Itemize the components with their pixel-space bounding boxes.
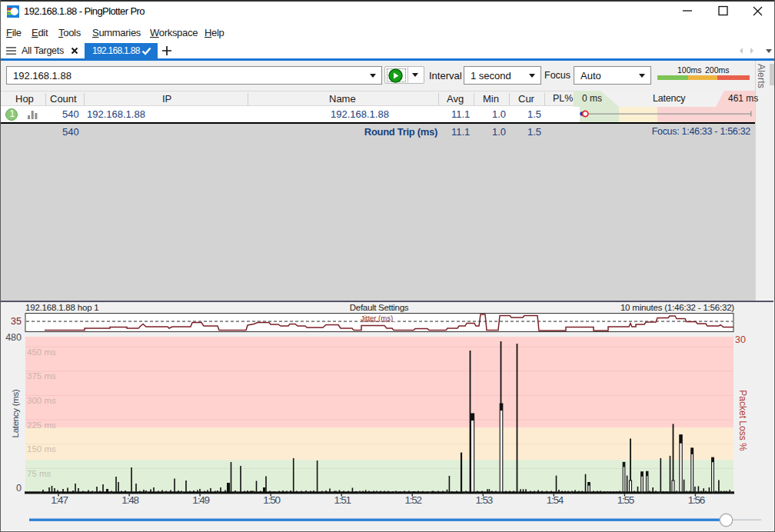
svg-text:1:54: 1:54 <box>547 494 564 506</box>
svg-text:225 ms: 225 ms <box>27 421 56 430</box>
svg-text:300 ms: 300 ms <box>27 396 56 405</box>
svg-text:0: 0 <box>16 483 22 494</box>
svg-text:Jitter (ms): Jitter (ms) <box>361 314 393 322</box>
svg-text:1:56: 1:56 <box>688 494 705 506</box>
svg-text:1:50: 1:50 <box>263 494 280 506</box>
svg-text:Packet Loss %: Packet Loss % <box>737 390 748 451</box>
svg-text:1:48: 1:48 <box>121 494 138 506</box>
svg-text:1:52: 1:52 <box>404 494 421 506</box>
svg-text:75 ms: 75 ms <box>27 469 52 478</box>
svg-text:375 ms: 375 ms <box>27 371 56 381</box>
svg-text:1:47: 1:47 <box>51 494 68 506</box>
svg-text:35: 35 <box>11 316 22 327</box>
svg-text:1:55: 1:55 <box>617 494 634 506</box>
svg-text:450 ms: 450 ms <box>27 347 56 357</box>
svg-text:480: 480 <box>5 332 22 343</box>
svg-text:1:51: 1:51 <box>334 494 351 506</box>
svg-text:1:53: 1:53 <box>476 494 493 506</box>
svg-text:150 ms: 150 ms <box>27 444 56 454</box>
svg-text:Latency (ms): Latency (ms) <box>11 389 20 437</box>
svg-text:1:49: 1:49 <box>192 494 209 506</box>
svg-text:30: 30 <box>735 334 746 345</box>
